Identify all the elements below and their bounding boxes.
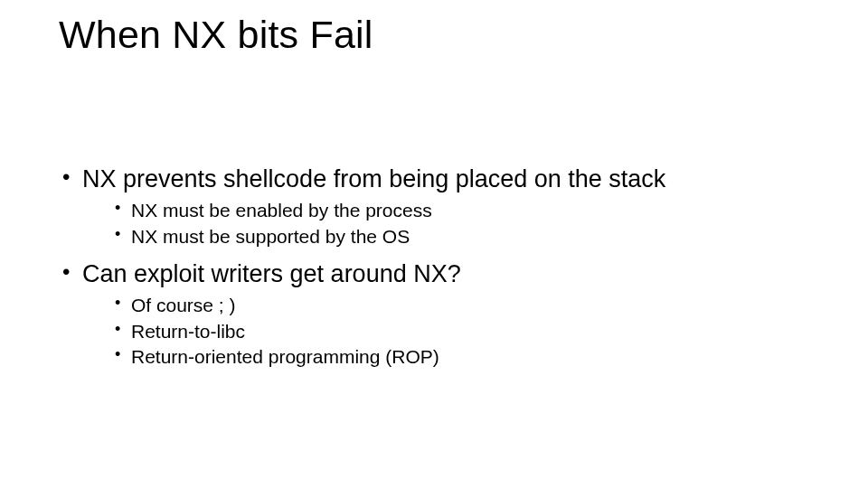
bullet-list: NX prevents shellcode from being placed … [59,163,814,369]
list-item: NX prevents shellcode from being placed … [59,163,814,249]
list-item-text: NX must be enabled by the process [131,200,432,221]
list-item-text: Of course ; ) [131,295,236,315]
list-item-text: Return-to-libc [131,321,245,342]
list-item: Return-to-libc [113,319,814,343]
slide-body: NX prevents shellcode from being placed … [59,163,814,378]
sub-bullet-list: Of course ; ) Return-to-libc Return-orie… [82,293,814,369]
slide-title: When NX bits Fail [59,13,373,57]
list-item: Return-oriented programming (ROP) [113,344,814,369]
list-item: NX must be supported by the OS [113,224,814,249]
list-item: Of course ; ) [113,293,814,317]
slide: When NX bits Fail NX prevents shellcode … [0,0,868,488]
list-item: Can exploit writers get around NX? Of co… [59,258,814,369]
list-item-text: NX must be supported by the OS [131,226,410,247]
list-item: NX must be enabled by the process [113,198,814,222]
list-item-text: NX prevents shellcode from being placed … [82,165,665,192]
sub-bullet-list: NX must be enabled by the process NX mus… [82,198,814,249]
list-item-text: Can exploit writers get around NX? [82,260,461,287]
list-item-text: Return-oriented programming (ROP) [131,346,439,367]
